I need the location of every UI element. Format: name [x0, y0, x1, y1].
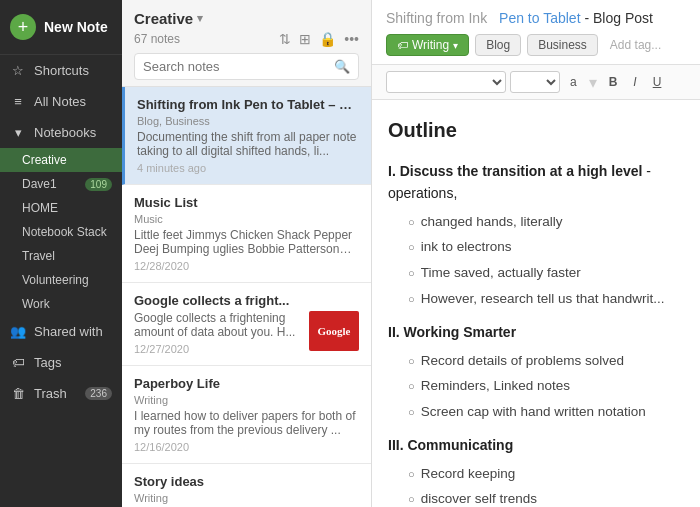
- sidebar-item-tags[interactable]: 🏷 Tags: [0, 347, 122, 378]
- note-item-preview: I learned how to deliver papers for both…: [134, 409, 359, 437]
- list-item: Screen cap with hand written notation: [408, 399, 684, 425]
- tag-writing-chevron: ▾: [453, 40, 458, 51]
- outline-section-2: II. Working Smarter Record details of pr…: [388, 321, 684, 424]
- outline-heading-1-text: I. Discuss the transition at a high leve…: [388, 163, 642, 179]
- tags-label: Tags: [34, 355, 61, 370]
- new-note-button[interactable]: + New Note: [0, 0, 122, 55]
- outline-section-1: I. Discuss the transition at a high leve…: [388, 160, 684, 311]
- star-icon: ☆: [10, 63, 26, 78]
- list-item: Record details of problems solved: [408, 348, 684, 374]
- note-item-date: 12/27/2020: [134, 343, 301, 355]
- note-item[interactable]: Music List Music Little feet Jimmys Chic…: [122, 185, 371, 283]
- note-thumb-text: Google collects a frightening amount of …: [134, 311, 301, 355]
- tag-writing-button[interactable]: 🏷 Writing ▾: [386, 34, 469, 56]
- outline-list-3: Record keeping discover self trends pass…: [388, 461, 684, 507]
- shortcuts-label: Shortcuts: [34, 63, 89, 78]
- notebook-stack-label: Notebook Stack: [22, 225, 107, 239]
- sidebar-item-shortcuts[interactable]: ☆ Shortcuts: [0, 55, 122, 86]
- sidebar-item-dave1[interactable]: Dave1 109: [0, 172, 122, 196]
- tag-business-button[interactable]: Business: [527, 34, 598, 56]
- sidebar-item-trash[interactable]: 🗑 Trash 236: [0, 378, 122, 409]
- format-bold-button[interactable]: B: [603, 73, 624, 91]
- note-item[interactable]: Shifting from Ink Pen to Tablet – Blog..…: [122, 87, 371, 185]
- list-item: changed hands, literally: [408, 209, 684, 235]
- more-icon[interactable]: •••: [344, 31, 359, 47]
- note-count: 67 notes: [134, 32, 180, 46]
- note-item-date: 4 minutes ago: [137, 162, 359, 174]
- sidebar-item-shared-with[interactable]: 👥 Shared with: [0, 316, 122, 347]
- font-family-select[interactable]: [386, 71, 506, 93]
- outline-section-3: III. Communicating Record keeping discov…: [388, 434, 684, 507]
- all-notes-label: All Notes: [34, 94, 86, 109]
- title-separator: Pen to Tablet: [499, 10, 580, 26]
- trash-label: Trash: [34, 386, 67, 401]
- search-bar: 🔍: [134, 53, 359, 80]
- format-underline-button[interactable]: U: [647, 73, 668, 91]
- note-item-preview: Google collects a frightening amount of …: [134, 311, 301, 339]
- sidebar-item-volunteering[interactable]: Volunteering: [0, 268, 122, 292]
- creative-label: Creative: [22, 153, 67, 167]
- tag-business-label: Business: [538, 38, 587, 52]
- new-note-label: New Note: [44, 19, 108, 35]
- note-item[interactable]: Paperboy Life Writing I learned how to d…: [122, 366, 371, 464]
- sidebar-item-home[interactable]: HOME: [0, 196, 122, 220]
- sidebar-item-all-notes[interactable]: ≡ All Notes: [0, 86, 122, 117]
- list-item: Time saved, actually faster: [408, 260, 684, 286]
- shared-with-label: Shared with: [34, 324, 103, 339]
- tag-writing-icon: 🏷: [397, 39, 408, 51]
- list-item: Record keeping: [408, 461, 684, 487]
- note-body: Outline I. Discuss the transition at a h…: [372, 100, 700, 507]
- format-italic-button[interactable]: I: [627, 73, 642, 91]
- creative-title: Creative: [134, 10, 193, 27]
- sidebar-item-travel[interactable]: Travel: [0, 244, 122, 268]
- font-size-select[interactable]: [510, 71, 560, 93]
- tag-blog-label: Blog: [486, 38, 510, 52]
- trash-icon: 🗑: [10, 386, 26, 401]
- chevron-down-icon[interactable]: ▾: [197, 12, 203, 25]
- work-label: Work: [22, 297, 50, 311]
- list-item: discover self trends: [408, 486, 684, 507]
- sidebar-item-notebook-stack[interactable]: Notebook Stack: [0, 220, 122, 244]
- sort-icon[interactable]: ⇅: [279, 31, 291, 47]
- notes-icon: ≡: [10, 94, 26, 109]
- search-input[interactable]: [143, 59, 328, 74]
- formatting-bar: a ▾ B I U: [372, 65, 700, 100]
- sidebar-item-notebooks[interactable]: ▾ Notebooks: [0, 117, 122, 148]
- home-label: HOME: [22, 201, 58, 215]
- note-items-list: Shifting from Ink Pen to Tablet – Blog..…: [122, 87, 371, 507]
- sidebar-item-creative[interactable]: Creative: [0, 148, 122, 172]
- tag-blog-button[interactable]: Blog: [475, 34, 521, 56]
- format-a-button[interactable]: a: [564, 73, 583, 91]
- note-thumb-image: Google: [309, 311, 359, 351]
- sidebar-item-work[interactable]: Work: [0, 292, 122, 316]
- note-list-title: Creative ▾: [134, 10, 359, 27]
- sidebar: + New Note ☆ Shortcuts ≡ All Notes ▾ Not…: [0, 0, 122, 507]
- layout-icon[interactable]: ⊞: [299, 31, 311, 47]
- note-full-title: Shifting from Ink Pen to Tablet - Blog P…: [386, 10, 686, 26]
- title-part2: - Blog Post: [584, 10, 652, 26]
- note-item[interactable]: Google collects a fright... Google colle…: [122, 283, 371, 366]
- add-tag-button[interactable]: Add tag...: [604, 35, 667, 55]
- tag-icon: 🏷: [10, 355, 26, 370]
- outline-heading-2-text: II. Working Smarter: [388, 324, 516, 340]
- note-item-title: Google collects a fright...: [134, 293, 359, 308]
- note-item-thumb-container: Google collects a frightening amount of …: [134, 311, 359, 355]
- note-item[interactable]: Story ideas Writing aliens visit and spe…: [122, 464, 371, 507]
- lock-icon[interactable]: 🔒: [319, 31, 336, 47]
- note-list-meta: 67 notes ⇅ ⊞ 🔒 •••: [134, 31, 359, 47]
- outline-list-2: Record details of problems solved Remind…: [388, 348, 684, 425]
- note-item-preview: Documenting the shift from all paper not…: [137, 130, 359, 158]
- format-divider: ▾: [589, 73, 597, 92]
- outline-heading-2: II. Working Smarter: [388, 321, 684, 343]
- outline-title: Outline: [388, 114, 684, 146]
- note-item-tags: Writing: [134, 492, 359, 504]
- tag-writing-label: Writing: [412, 38, 449, 52]
- note-item-date: 12/16/2020: [134, 441, 359, 453]
- shared-icon: 👥: [10, 324, 26, 339]
- note-item-title: Paperboy Life: [134, 376, 359, 391]
- note-item-date: 12/28/2020: [134, 260, 359, 272]
- note-toolbar: 🏷 Writing ▾ Blog Business Add tag...: [386, 34, 686, 56]
- note-item-tags: Music: [134, 213, 359, 225]
- list-item: Reminders, Linked notes: [408, 373, 684, 399]
- dave1-label: Dave1: [22, 177, 57, 191]
